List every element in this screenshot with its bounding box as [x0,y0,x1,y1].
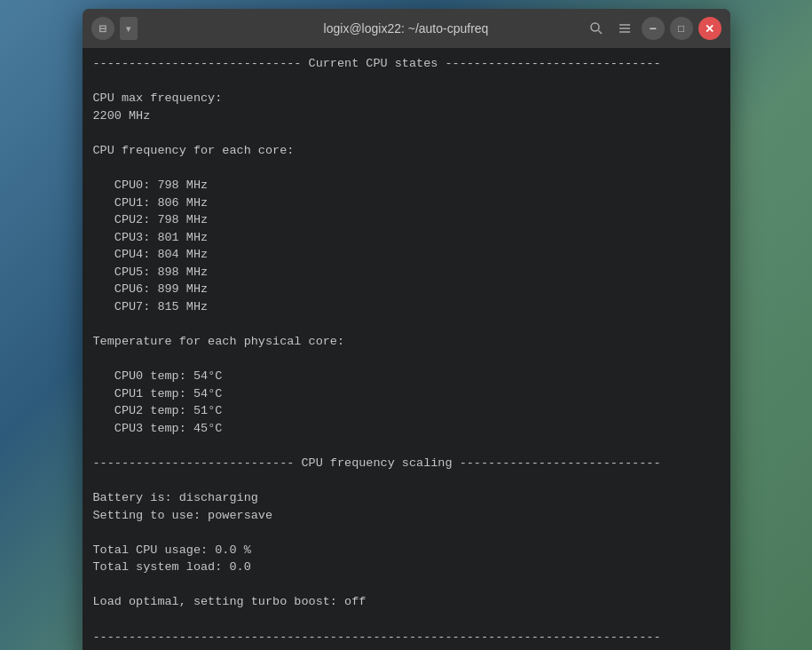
maximize-icon: □ [678,22,684,35]
title-bar-left-controls: ⊟ ▾ [91,17,138,40]
terminal-output: ----------------------------- Current CP… [93,55,720,650]
search-icon [589,21,603,36]
svg-point-0 [591,23,599,31]
svg-line-1 [598,31,602,35]
split-button[interactable]: ⊟ [91,17,114,40]
maximize-button[interactable]: □ [670,17,693,40]
window-title: logix@logix22: ~/auto-cpufreq [324,21,489,36]
menu-button[interactable] [613,17,636,40]
title-bar-right-controls: − □ ✕ [585,17,721,40]
terminal-wrapper: ----------------------------- Current CP… [83,48,730,650]
dropdown-button[interactable]: ▾ [120,17,138,40]
minimize-icon: − [649,21,656,36]
hamburger-icon [618,21,632,36]
minimize-button[interactable]: − [642,17,665,40]
close-button[interactable]: ✕ [698,17,721,40]
terminal-window: ⊟ ▾ logix@logix22: ~/auto-cpufreq − [83,9,730,650]
close-icon: ✕ [705,22,714,36]
search-button[interactable] [585,17,608,40]
terminal-body[interactable]: ----------------------------- Current CP… [83,48,730,650]
title-bar: ⊟ ▾ logix@logix22: ~/auto-cpufreq − [83,9,730,48]
